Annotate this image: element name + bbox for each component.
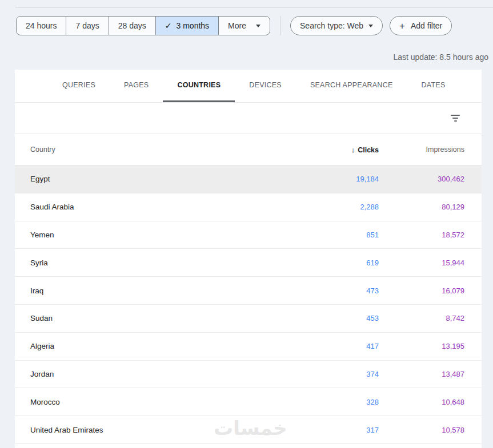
column-header-impressions[interactable]: Impressions	[379, 146, 482, 154]
top-divider	[15, 7, 493, 7]
cell-clicks: 19,184	[310, 175, 379, 183]
table-row[interactable]: Yemen85118,572	[15, 221, 482, 249]
cell-clicks: 851	[310, 231, 379, 239]
cell-impressions: 80,129	[379, 203, 482, 211]
column-header-country: Country	[15, 146, 310, 154]
date-range-label: 28 days	[118, 21, 146, 30]
table-row[interactable]: United Arab Emirates31710,578	[15, 416, 482, 444]
report-card: QUERIESPAGESCOUNTRIESDEVICESSEARCH APPEA…	[15, 70, 482, 448]
cell-country: Yemen	[15, 231, 310, 239]
cell-impressions: 13,195	[379, 342, 482, 350]
column-header-clicks[interactable]: ↓Clicks	[310, 146, 379, 154]
cell-clicks: 2,288	[310, 203, 379, 211]
tab-label: COUNTRIES	[177, 81, 221, 89]
cell-country: Sudan	[15, 314, 310, 322]
search-type-dropdown[interactable]: Search type: Web	[290, 16, 383, 35]
cell-impressions: 8,742	[379, 314, 482, 322]
cell-country: Algeria	[15, 342, 310, 350]
add-filter-label: Add filter	[411, 21, 442, 30]
filter-icon[interactable]	[447, 111, 463, 125]
check-icon: ✓	[165, 21, 172, 30]
cell-country: Saudi Arabia	[15, 203, 310, 211]
date-range-24-hours[interactable]: 24 hours	[17, 17, 66, 35]
cell-country: Iraq	[15, 286, 310, 295]
cell-clicks: 453	[310, 314, 379, 322]
more-dropdown[interactable]: More	[219, 17, 270, 35]
tab-queries[interactable]: QUERIES	[48, 70, 110, 102]
cell-country: United Arab Emirates	[15, 426, 310, 434]
filter-bar: 24 hours7 days28 days✓3 months More Sear…	[16, 16, 493, 35]
cell-country: Egypt	[15, 175, 310, 183]
date-range-28-days[interactable]: 28 days	[109, 17, 156, 35]
cell-clicks: 374	[310, 370, 379, 378]
date-range-label: 24 hours	[26, 21, 57, 30]
cell-clicks: 317	[310, 426, 379, 434]
cell-impressions: 10,648	[379, 398, 482, 406]
sort-desc-icon: ↓	[351, 146, 355, 154]
table-row[interactable]: Morocco32810,648	[15, 388, 482, 416]
table-row[interactable]: Saudi Arabia2,28880,129	[15, 193, 482, 221]
tab-devices[interactable]: DEVICES	[235, 70, 296, 102]
table-header-row: Country ↓Clicks Impressions	[15, 134, 482, 166]
date-range-label: 3 months	[177, 21, 210, 30]
plus-icon: +	[399, 21, 405, 31]
tab-label: DATES	[422, 81, 446, 89]
date-range-group: 24 hours7 days28 days✓3 months More	[16, 16, 270, 35]
table-row[interactable]: Algeria41713,195	[15, 333, 482, 361]
tab-pages[interactable]: PAGES	[110, 70, 163, 102]
chevron-down-icon	[368, 25, 373, 27]
chevron-down-icon	[256, 25, 260, 27]
table-row[interactable]: Sudan4538,742	[15, 305, 482, 333]
cell-clicks: 473	[310, 286, 379, 295]
cell-clicks: 417	[310, 342, 379, 350]
tab-label: SEARCH APPEARANCE	[310, 81, 393, 89]
cell-impressions: 13,487	[379, 370, 482, 378]
table-body: Egypt19,184300,462Saudi Arabia2,28880,12…	[15, 166, 482, 444]
tab-search-appearance[interactable]: SEARCH APPEARANCE	[296, 70, 407, 102]
tab-label: DEVICES	[249, 81, 282, 89]
last-update-text: Last update: 8.5 hours ago	[393, 53, 488, 62]
cell-impressions: 300,462	[379, 175, 482, 183]
tab-label: QUERIES	[62, 81, 95, 89]
search-type-label: Search type: Web	[300, 21, 363, 30]
cell-impressions: 18,572	[379, 231, 482, 239]
date-range-3-months[interactable]: ✓3 months	[156, 17, 219, 35]
tab-countries[interactable]: COUNTRIES	[163, 70, 235, 102]
tab-dates[interactable]: DATES	[407, 70, 460, 102]
table-row[interactable]: Iraq47316,079	[15, 277, 482, 305]
table-row[interactable]: Egypt19,184300,462	[15, 166, 482, 193]
table-row[interactable]: Jordan37413,487	[15, 361, 482, 389]
tab-bar: QUERIESPAGESCOUNTRIESDEVICESSEARCH APPEA…	[15, 70, 482, 103]
filter-bar-divider	[280, 16, 280, 35]
add-filter-button[interactable]: + Add filter	[390, 16, 452, 35]
cell-impressions: 15,944	[379, 259, 482, 267]
cell-impressions: 16,079	[379, 286, 482, 295]
date-range-label: 7 days	[75, 21, 99, 30]
table-toolbar	[15, 103, 482, 134]
cell-country: Morocco	[15, 398, 310, 406]
cell-clicks: 328	[310, 398, 379, 406]
cell-country: Jordan	[15, 370, 310, 378]
cell-clicks: 619	[310, 259, 379, 267]
tab-label: PAGES	[124, 81, 149, 89]
date-range-7-days[interactable]: 7 days	[66, 17, 109, 35]
cell-country: Syria	[15, 259, 310, 267]
cell-impressions: 10,578	[379, 426, 482, 434]
table-row[interactable]: Syria61915,944	[15, 249, 482, 277]
more-label: More	[228, 21, 246, 30]
